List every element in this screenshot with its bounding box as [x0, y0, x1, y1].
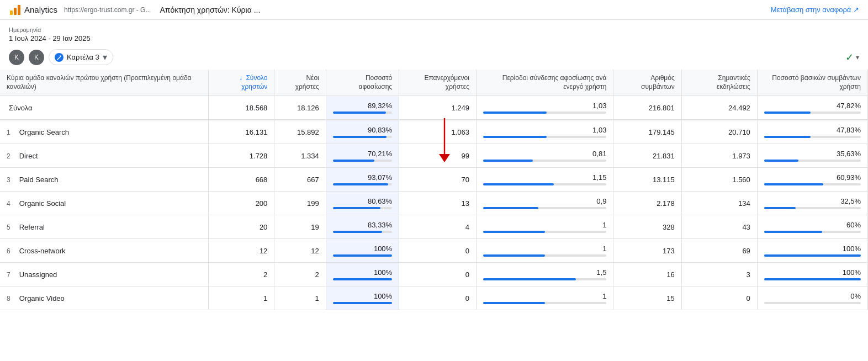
bar-fill	[764, 136, 811, 138]
channel-cell: 5Referral	[0, 215, 209, 239]
table-cell: 1	[274, 286, 326, 310]
col-header-total-users[interactable]: ↓ Σύνολο χρηστών	[209, 70, 274, 96]
controls-row: K K Καρτέλα 3 ▾ ✓ ▾	[0, 47, 868, 70]
table-cell: 199	[274, 192, 326, 215]
table-header-row: Κύρια ομάδα καναλιών πρώτου χρήστη (Προε…	[0, 70, 868, 96]
bar-value: 47,82%	[764, 102, 861, 110]
bar-fill	[764, 231, 822, 233]
table-cell: 70	[399, 168, 477, 192]
table-cell: 21.831	[613, 144, 681, 168]
table-cell: 19	[274, 215, 326, 239]
bar-track	[483, 160, 606, 162]
table-cell: 18.126	[274, 96, 326, 120]
bar-value: 89,32%	[333, 102, 392, 110]
bar-value: 100%	[333, 292, 392, 300]
bar-track	[483, 254, 606, 257]
bar-fill	[483, 136, 547, 138]
bar-cell: 0%	[757, 286, 867, 310]
svg-rect-2	[18, 5, 20, 15]
analytics-logo-icon	[9, 4, 21, 16]
bar-value: 100%	[764, 268, 861, 277]
col-header-key-events[interactable]: Σημαντικές εκδηλώσεις	[681, 70, 757, 96]
table-cell: 24.492	[681, 96, 757, 120]
bar-cell: 0,81	[476, 144, 613, 168]
report-link[interactable]: Μετάβαση στην αναφορά ↗	[771, 6, 859, 14]
table-row: 7Unassigned22 100% 0 1,5 163 100%	[0, 263, 868, 286]
table-cell: 2	[274, 263, 326, 286]
col-header-channel[interactable]: Κύρια ομάδα καναλιών πρώτου χρήστη (Προε…	[0, 70, 209, 96]
bar-track	[764, 254, 861, 257]
table-cell: 16	[613, 263, 681, 286]
bar-fill	[483, 160, 533, 162]
date-label: Ημερομηνία	[9, 26, 859, 33]
bar-fill	[333, 112, 386, 114]
bar-cell: 1	[476, 215, 613, 239]
bar-track	[333, 302, 392, 304]
bar-fill	[333, 302, 392, 304]
col-header-new-users[interactable]: Νέοι χρήστες	[274, 70, 326, 96]
row-number: 8	[7, 295, 10, 302]
table-row: 3Paid Search668667 93,07% 70 1,15 13.115…	[0, 168, 868, 192]
totals-label: Σύνολα	[0, 96, 209, 120]
table-cell: 12	[209, 239, 274, 263]
bar-value: 0,9	[483, 197, 606, 205]
bar-cell: 70,21%	[326, 144, 399, 168]
bar-value: 1,03	[483, 102, 606, 110]
channel-name: Organic Video	[19, 294, 65, 302]
bar-value: 93,07%	[333, 173, 392, 182]
avatar-k2[interactable]: K	[29, 50, 44, 65]
bar-value: 83,33%	[333, 221, 392, 229]
bar-cell: 1,03	[476, 96, 613, 120]
table-cell: 668	[209, 168, 274, 192]
bar-fill	[483, 278, 576, 280]
bar-track	[764, 183, 861, 185]
bar-fill	[764, 254, 861, 257]
bar-track	[333, 160, 392, 162]
bar-value: 100%	[333, 268, 392, 277]
bar-fill	[483, 254, 545, 257]
bar-track	[764, 231, 861, 233]
channel-cell: 8Organic Video	[0, 286, 209, 310]
bar-track	[333, 136, 392, 138]
bar-fill	[483, 183, 554, 185]
bar-track	[483, 136, 606, 138]
bar-cell: 1,15	[476, 168, 613, 192]
channel-name: Cross-network	[19, 247, 66, 255]
bar-value: 32,5%	[764, 197, 861, 205]
bar-value: 60,93%	[764, 173, 861, 182]
table-cell: 1	[209, 286, 274, 310]
card-label: Καρτέλα 3	[67, 53, 99, 61]
col-header-sessions-per-user[interactable]: Περίοδοι σύνδεσης αφοσίωσης ανά ενεργό χ…	[476, 70, 613, 96]
bar-fill	[764, 207, 796, 209]
bar-track	[483, 278, 606, 280]
channel-cell: 3Paid Search	[0, 168, 209, 192]
table-cell: 0	[681, 286, 757, 310]
sort-down-icon: ↓	[239, 74, 242, 83]
col-header-events[interactable]: Αριθμός συμβάντων	[613, 70, 681, 96]
avatar-k1[interactable]: K	[9, 50, 24, 65]
col-header-engagement-rate[interactable]: Ποσοστό αφοσίωσης	[326, 70, 399, 96]
bar-value: 1	[483, 292, 606, 300]
svg-rect-1	[14, 8, 17, 15]
table-cell: 16.131	[209, 120, 274, 144]
bar-cell: 1,03	[476, 120, 613, 144]
bar-fill	[333, 160, 374, 162]
bar-cell: 1	[476, 286, 613, 310]
col-header-key-event-rate[interactable]: Ποσοστό βασικών συμβάντων χρήστη	[757, 70, 867, 96]
card-selector[interactable]: Καρτέλα 3 ▾	[49, 49, 113, 65]
analytics-table: Κύρια ομάδα καναλιών πρώτου χρήστη (Προε…	[0, 70, 868, 310]
header-bar: Analytics https://ergo-trust.com.gr - G.…	[0, 0, 868, 20]
table-cell: 2	[209, 263, 274, 286]
chevron-down-small-icon: ▾	[856, 54, 859, 61]
bar-cell: 1	[476, 239, 613, 263]
bar-cell: 80,63%	[326, 192, 399, 215]
col-header-returning-users[interactable]: Επανερχόμενοι χρήστες	[399, 70, 477, 96]
bar-value: 60%	[764, 221, 861, 229]
table-row: 1Organic Search16.13115.892 90,83% 1.063…	[0, 120, 868, 144]
row-number: 4	[7, 200, 10, 208]
bar-fill	[483, 207, 539, 209]
bar-value: 47,83%	[764, 126, 861, 134]
row-number: 7	[7, 271, 10, 279]
bar-fill	[764, 160, 798, 162]
row-number: 1	[7, 129, 10, 136]
